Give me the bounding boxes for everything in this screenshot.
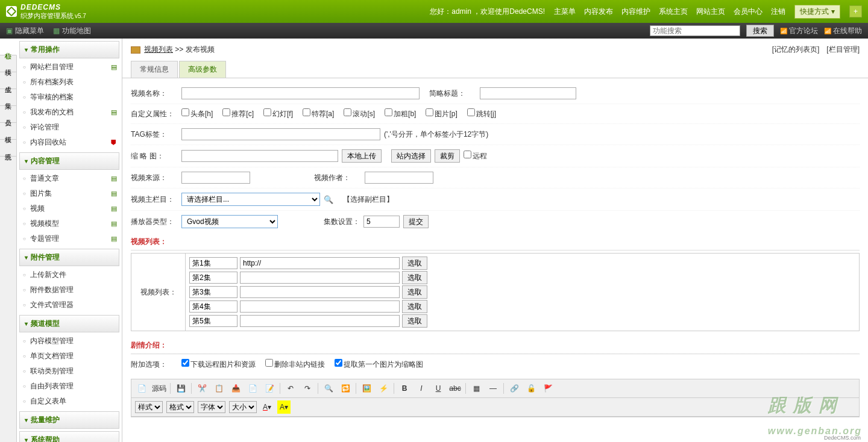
short-title-input[interactable] bbox=[480, 87, 576, 99]
pick-button[interactable]: 选取 bbox=[402, 314, 427, 328]
find-icon[interactable]: 🔍 bbox=[322, 382, 335, 395]
menu-item[interactable]: 内容回收站⛊ bbox=[17, 135, 122, 150]
pick-site-button[interactable]: 站内选择 bbox=[391, 149, 431, 163]
menu-item[interactable]: 等审核的档案 bbox=[17, 90, 122, 105]
column-manage-link[interactable]: [栏目管理] bbox=[826, 45, 860, 55]
episode-name-input[interactable] bbox=[189, 286, 237, 298]
sidetab-collect[interactable]: 采集 bbox=[0, 89, 16, 106]
attr-slide[interactable] bbox=[263, 108, 271, 116]
underline-icon[interactable]: U bbox=[432, 382, 445, 395]
menu-item[interactable]: 视频模型▤ bbox=[17, 216, 122, 231]
font-select[interactable]: 字体 bbox=[198, 401, 225, 413]
pick-button[interactable]: 选取 bbox=[402, 271, 427, 284]
episode-url-input[interactable] bbox=[240, 286, 400, 298]
style-select[interactable]: 样式 bbox=[135, 401, 163, 413]
tab-basic[interactable]: 常规信息 bbox=[131, 61, 178, 78]
sidetab-generate[interactable]: 生成 bbox=[0, 72, 16, 89]
italic-icon[interactable]: I bbox=[415, 382, 428, 395]
nav-publish[interactable]: 内容发布 bbox=[584, 7, 613, 17]
attr-bold[interactable] bbox=[385, 108, 392, 116]
column-select[interactable]: 请选择栏目... bbox=[181, 193, 320, 206]
unlink-icon[interactable]: 🔓 bbox=[524, 382, 538, 395]
attr-special[interactable] bbox=[303, 108, 310, 116]
flag-icon[interactable]: 🚩 bbox=[541, 382, 555, 395]
menu-head-content[interactable]: 内容管理 bbox=[19, 152, 119, 170]
episode-url-input[interactable] bbox=[240, 315, 400, 327]
quick-button[interactable]: 快捷方式 ▾ bbox=[794, 5, 840, 19]
extra-download-checkbox[interactable] bbox=[181, 359, 189, 367]
tab-advanced[interactable]: 高级参数 bbox=[179, 61, 226, 78]
nav-main-menu[interactable]: 主菜单 bbox=[554, 7, 576, 17]
attr-jump[interactable] bbox=[467, 108, 475, 116]
menu-head-batch[interactable]: 批量维护 bbox=[19, 411, 119, 429]
pick-button[interactable]: 选取 bbox=[402, 300, 427, 313]
tag-input[interactable] bbox=[181, 128, 380, 140]
search-button[interactable]: 搜索 bbox=[746, 25, 774, 37]
table-icon[interactable]: ▦ bbox=[470, 382, 483, 395]
menu-item[interactable]: 自定义表单 bbox=[17, 394, 122, 409]
attr-headline[interactable] bbox=[181, 108, 189, 116]
redo-icon[interactable]: ↷ bbox=[301, 382, 314, 395]
menu-item[interactable]: 单页文档管理 bbox=[17, 349, 122, 364]
save-icon[interactable]: 💾 bbox=[174, 382, 187, 395]
menu-head-help[interactable]: 系统帮助 bbox=[19, 431, 119, 442]
site-map-link[interactable]: ▦功能地图 bbox=[53, 26, 91, 36]
sidetab-template[interactable]: 模板 bbox=[0, 123, 16, 140]
episode-name-input[interactable] bbox=[189, 257, 237, 269]
nav-site-home[interactable]: 网站主页 bbox=[696, 7, 725, 17]
episode-name-input[interactable] bbox=[189, 315, 237, 327]
add-button[interactable]: + bbox=[849, 5, 862, 17]
search-input[interactable] bbox=[650, 25, 740, 36]
attr-scroll[interactable] bbox=[344, 108, 351, 116]
strike-icon[interactable]: abc bbox=[448, 382, 462, 395]
attr-recommend[interactable] bbox=[222, 108, 230, 116]
nav-logout[interactable]: 注销 bbox=[771, 7, 785, 17]
video-title-input[interactable] bbox=[181, 87, 420, 99]
menu-item[interactable]: 普通文章▤ bbox=[17, 171, 122, 186]
menu-item[interactable]: 文件式管理器 bbox=[17, 297, 122, 313]
episode-name-input[interactable] bbox=[189, 300, 237, 313]
source-label[interactable]: 源码 bbox=[152, 384, 166, 394]
nav-member[interactable]: 会员中心 bbox=[734, 7, 763, 17]
nav-maintain[interactable]: 内容维护 bbox=[621, 7, 650, 17]
textcolor-icon[interactable]: A▾ bbox=[260, 400, 274, 414]
remote-checkbox[interactable] bbox=[464, 151, 471, 158]
source-input[interactable] bbox=[181, 172, 250, 184]
episode-url-input[interactable] bbox=[240, 257, 400, 269]
replace-icon[interactable]: 🔁 bbox=[339, 382, 352, 395]
episode-url-input[interactable] bbox=[240, 300, 400, 313]
search-icon[interactable]: 🔍 bbox=[324, 195, 333, 204]
source-icon[interactable]: 📄 bbox=[135, 382, 148, 395]
flash-icon[interactable]: ⚡ bbox=[377, 382, 390, 395]
sub-column-link[interactable]: 【选择副栏目】 bbox=[343, 195, 394, 205]
help-link[interactable]: 📶在线帮助 bbox=[824, 26, 862, 36]
bgcolor-icon[interactable]: A▾ bbox=[277, 400, 291, 414]
sidetab-module[interactable]: 模块 bbox=[0, 55, 16, 72]
menu-head-common[interactable]: 常用操作 bbox=[19, 41, 119, 58]
hide-menu-link[interactable]: ▣隐藏菜单 bbox=[6, 26, 44, 36]
player-select[interactable]: Gvod视频 bbox=[181, 215, 278, 228]
menu-item[interactable]: 所有档案列表 bbox=[17, 75, 122, 90]
menu-head-attach[interactable]: 附件管理 bbox=[19, 249, 119, 266]
episode-name-input[interactable] bbox=[189, 272, 237, 284]
sidetab-core[interactable]: 核心 bbox=[0, 39, 17, 55]
pick-button[interactable]: 选取 bbox=[402, 285, 427, 299]
menu-item[interactable]: 联动类别管理 bbox=[17, 364, 122, 379]
image-icon[interactable]: 🖼️ bbox=[360, 382, 373, 395]
menu-item[interactable]: 图片集▤ bbox=[17, 186, 122, 201]
cut-icon[interactable]: ✂️ bbox=[195, 382, 209, 395]
submit-button[interactable]: 提交 bbox=[403, 215, 429, 228]
bold-icon[interactable]: B bbox=[398, 382, 411, 395]
episode-url-input[interactable] bbox=[240, 272, 400, 284]
nav-sys-home[interactable]: 系统主页 bbox=[659, 7, 688, 17]
menu-item[interactable]: 上传新文件 bbox=[17, 267, 122, 282]
menu-item[interactable]: 自由列表管理 bbox=[17, 379, 122, 394]
copy-icon[interactable]: 📋 bbox=[212, 382, 225, 395]
size-select[interactable]: 大小 bbox=[229, 401, 257, 413]
attr-image[interactable] bbox=[426, 108, 433, 116]
link-icon[interactable]: 🔗 bbox=[508, 382, 521, 395]
menu-item[interactable]: 视频▤ bbox=[17, 201, 122, 216]
paste-icon[interactable]: 📥 bbox=[229, 382, 242, 395]
bc-list-link[interactable]: 视频列表 bbox=[144, 45, 173, 54]
extra-firstimg-checkbox[interactable] bbox=[335, 359, 342, 367]
